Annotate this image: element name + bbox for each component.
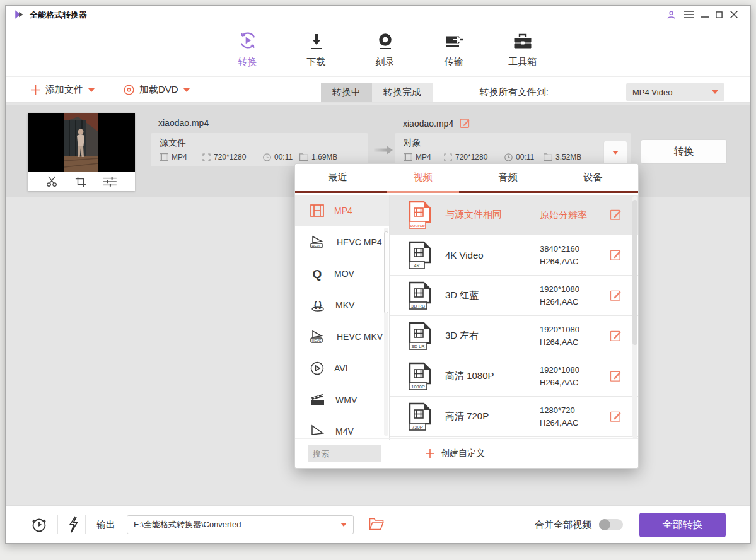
edit-preset-icon[interactable] xyxy=(610,289,622,301)
film-icon xyxy=(404,153,412,161)
matroska-icon: { } xyxy=(310,298,325,312)
output-format-select[interactable]: MP4 Video xyxy=(626,83,724,101)
search-input[interactable] xyxy=(308,445,381,462)
close-button[interactable] xyxy=(728,9,740,20)
scrollbar-thumb[interactable] xyxy=(384,231,388,313)
preset-file-icon: 3D LR xyxy=(407,322,433,351)
quicktime-icon: Q xyxy=(310,267,324,281)
edit-preset-icon[interactable] xyxy=(610,249,622,261)
format-item-mp4[interactable]: MP4 xyxy=(295,195,389,226)
effects-sliders-icon[interactable] xyxy=(103,176,117,187)
resolution-icon xyxy=(444,153,452,161)
convert-icon xyxy=(237,30,259,51)
hevc-play-icon: HEVC xyxy=(310,330,327,344)
popup-tabs: 最近 视频 音频 设备 xyxy=(295,164,638,193)
tab-transfer[interactable]: 传输 xyxy=(419,30,488,77)
preset-name: 高清 1080P xyxy=(445,370,540,382)
edit-preset-icon[interactable] xyxy=(610,370,622,382)
rename-edit-icon[interactable] xyxy=(460,118,470,129)
create-custom-button[interactable]: 创建自定义 xyxy=(426,448,485,459)
app-window: 全能格式转换器 xyxy=(5,5,751,544)
open-folder-icon[interactable] xyxy=(369,518,384,530)
preset-row-source[interactable]: source 与源文件相同 原始分辨率 xyxy=(390,195,638,235)
target-file-name-row: xiaodao.mp4 xyxy=(403,118,470,129)
target-title: 对象 xyxy=(404,137,631,149)
preset-name: 3D 红蓝 xyxy=(445,289,540,301)
target-resolution: 720*1280 xyxy=(444,153,504,161)
resolution-icon xyxy=(202,153,211,161)
divider xyxy=(57,515,58,534)
scrollbar-thumb[interactable] xyxy=(632,200,637,345)
crop-icon[interactable] xyxy=(75,176,86,187)
convert-button[interactable]: 转换 xyxy=(641,139,727,164)
preset-row-3d-rb[interactable]: 3D RB 3D 红蓝 1920*1080H264,AAC xyxy=(390,276,638,316)
convert-all-to-label: 转换所有文件到: xyxy=(480,83,549,101)
load-dvd-button[interactable]: 加载DVD xyxy=(124,77,190,103)
tab-converting[interactable]: 转换中 xyxy=(321,83,372,102)
tab-convert[interactable]: 转换 xyxy=(213,30,282,77)
svg-text:3D RB: 3D RB xyxy=(411,303,425,308)
add-file-label: 添加文件 xyxy=(45,84,83,96)
source-info-box: 源文件 MP4 720*1280 00:11 xyxy=(151,133,368,166)
tab-burn[interactable]: 刻录 xyxy=(351,30,419,77)
tab-download-label: 下载 xyxy=(307,56,326,68)
chevron-down-icon xyxy=(340,523,347,527)
format-item-hevc-mp4[interactable]: HEVC HEVC MP4 xyxy=(295,226,389,258)
output-label: 输出 xyxy=(96,519,115,531)
format-picker-popup: 最近 视频 音频 设备 MP4 HEVC HEVC MP4 xyxy=(294,163,639,469)
clapperboard-icon xyxy=(310,394,325,406)
transfer-icon xyxy=(444,30,464,51)
clock-icon xyxy=(263,153,271,161)
preset-name: 与源文件相同 xyxy=(445,209,540,221)
title-bar: 全能格式转换器 xyxy=(6,6,750,23)
chevron-down-icon xyxy=(712,90,718,94)
menu-icon[interactable] xyxy=(682,9,695,20)
popup-tab-device[interactable]: 设备 xyxy=(550,164,636,191)
preset-row-3d-lr[interactable]: 3D LR 3D 左右 1920*1080H264,AAC xyxy=(390,316,638,356)
svg-text:source: source xyxy=(410,222,426,228)
user-account-icon[interactable] xyxy=(665,9,677,20)
preset-detail: 原始分辨率 xyxy=(540,209,610,221)
output-path-select[interactable]: E:\全能格式转换器\Converted xyxy=(127,515,354,534)
tab-toolbox[interactable]: 工具箱 xyxy=(488,30,557,77)
svg-text:HEVC: HEVC xyxy=(312,339,322,342)
add-file-button[interactable]: 添加文件 xyxy=(31,77,95,103)
preset-detail: 1280*720H264,AAC xyxy=(540,404,610,429)
format-item-hevc-mkv[interactable]: HEVC HEVC MKV xyxy=(295,321,389,353)
minimize-button[interactable] xyxy=(699,9,711,20)
popup-tab-recent[interactable]: 最近 xyxy=(295,164,380,191)
edit-preset-icon[interactable] xyxy=(610,330,622,342)
format-item-m4v[interactable]: M4V xyxy=(295,416,389,440)
edit-preset-icon[interactable] xyxy=(610,411,622,423)
app-title: 全能格式转换器 xyxy=(30,9,87,21)
thumbnail-actions xyxy=(28,172,135,191)
trim-scissors-icon[interactable] xyxy=(46,176,59,187)
high-speed-icon[interactable] xyxy=(67,516,79,533)
tab-download[interactable]: 下载 xyxy=(282,30,351,77)
preset-row-4k[interactable]: 4K 4K Video 3840*2160H264,AAC xyxy=(390,235,638,276)
merge-all-toggle[interactable] xyxy=(599,519,623,530)
format-item-avi[interactable]: AVI xyxy=(295,353,389,384)
preset-row-720p[interactable]: 720P 高清 720P 1280*720H264,AAC xyxy=(390,397,638,437)
target-format: MP4 xyxy=(404,153,444,161)
format-item-wmv[interactable]: WMV xyxy=(295,384,389,416)
edit-preset-icon[interactable] xyxy=(610,209,622,221)
film-icon xyxy=(310,204,324,217)
tab-converted[interactable]: 转换完成 xyxy=(372,83,433,102)
target-info-box: 对象 MP4 720*1280 00:11 xyxy=(395,133,631,166)
source-file-name: xiaodao.mp4 xyxy=(158,118,209,128)
format-item-mkv[interactable]: { } MKV xyxy=(295,289,389,321)
preset-list: source 与源文件相同 原始分辨率 4K xyxy=(390,195,638,440)
preset-row-1080p[interactable]: 1080P 高清 1080P 1920*1080H264,AAC xyxy=(390,356,638,397)
format-list: MP4 HEVC HEVC MP4 Q MOV xyxy=(295,195,390,440)
toolbox-icon xyxy=(513,30,533,51)
maximize-button[interactable] xyxy=(712,9,725,20)
format-item-mov[interactable]: Q MOV xyxy=(295,258,389,289)
schedule-clock-icon[interactable] xyxy=(31,516,47,533)
target-format-dropdown-button[interactable] xyxy=(603,141,627,165)
popup-tab-audio[interactable]: 音频 xyxy=(465,164,550,191)
source-format: MP4 xyxy=(160,153,202,161)
convert-all-button[interactable]: 全部转换 xyxy=(639,513,726,537)
popup-tab-video[interactable]: 视频 xyxy=(380,164,465,191)
convert-state-tabs: 转换中 转换完成 xyxy=(321,83,433,102)
